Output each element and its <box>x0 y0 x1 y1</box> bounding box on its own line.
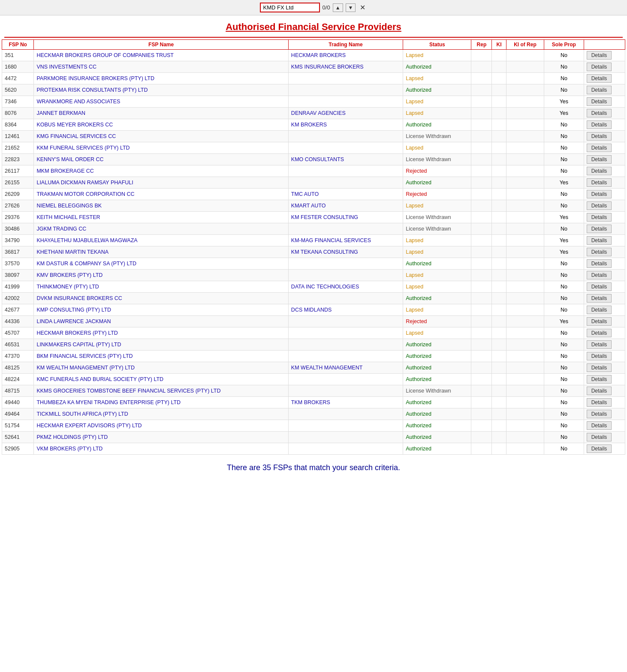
cell-status: Lapsed <box>403 304 471 316</box>
details-button[interactable]: Details <box>587 410 612 418</box>
details-button[interactable]: Details <box>587 201 612 210</box>
cell-ki <box>492 432 506 443</box>
table-row: 52641PKMZ HOLDINGS (PTY) LTDAuthorizedNo… <box>2 432 625 443</box>
table-row: 37570KM DASTUR & COMPANY SA (PTY) LTDAut… <box>2 258 625 270</box>
cell-status: Authorized <box>403 84 471 96</box>
details-button[interactable]: Details <box>587 86 612 94</box>
cell-rep <box>471 385 492 397</box>
details-button[interactable]: Details <box>587 97 612 106</box>
cell-fsp-no: 38097 <box>2 270 34 281</box>
cell-ki <box>492 61 506 73</box>
cell-trading-name <box>288 443 403 455</box>
cell-ki <box>492 142 506 154</box>
details-button[interactable]: Details <box>587 51 612 60</box>
details-button[interactable]: Details <box>587 433 612 441</box>
cell-ki-of-rep <box>506 177 544 189</box>
table-row: 48125KM WEALTH MANAGEMENT (PTY) LTDKM WE… <box>2 362 625 374</box>
cell-sole-prop: No <box>544 119 584 131</box>
details-button[interactable]: Details <box>587 352 612 360</box>
details-button[interactable]: Details <box>587 155 612 164</box>
cell-fsp-name: KHAYALETHU MJABULELWA MAGWAZA <box>34 235 288 246</box>
cell-ki <box>492 131 506 142</box>
cell-sole-prop: No <box>544 165 584 177</box>
details-button[interactable]: Details <box>587 213 612 222</box>
details-button[interactable]: Details <box>587 225 612 233</box>
search-next-button[interactable]: ▼ <box>346 3 356 12</box>
details-button[interactable]: Details <box>587 363 612 372</box>
cell-ki-of-rep <box>506 189 544 200</box>
details-button[interactable]: Details <box>587 317 612 326</box>
details-button[interactable]: Details <box>587 144 612 152</box>
details-button[interactable]: Details <box>587 236 612 245</box>
cell-ki <box>492 327 506 339</box>
cell-trading-name <box>288 258 403 270</box>
cell-action: Details <box>584 443 625 455</box>
cell-fsp-no: 26155 <box>2 177 34 189</box>
cell-fsp-no: 1680 <box>2 61 34 73</box>
cell-status: Rejected <box>403 165 471 177</box>
cell-fsp-name: NIEMEL BELEGGINGS BK <box>34 200 288 212</box>
details-button[interactable]: Details <box>587 74 612 83</box>
cell-rep <box>471 351 492 362</box>
cell-rep <box>471 50 492 61</box>
details-button[interactable]: Details <box>587 271 612 279</box>
page-title: Authorised Financial Service Providers <box>4 15 623 38</box>
cell-action: Details <box>584 270 625 281</box>
cell-ki-of-rep <box>506 119 544 131</box>
cell-ki-of-rep <box>506 327 544 339</box>
cell-ki-of-rep <box>506 96 544 108</box>
cell-sole-prop: No <box>544 408 584 420</box>
cell-trading-name <box>288 270 403 281</box>
details-button[interactable]: Details <box>587 248 612 256</box>
table-row: 351HECKMAR BROKERS GROUP OF COMPANIES TR… <box>2 50 625 61</box>
cell-ki-of-rep <box>506 73 544 84</box>
details-button[interactable]: Details <box>587 63 612 71</box>
table-row: 38097KMV BROKERS (PTY) LTDLapsedNoDetail… <box>2 270 625 281</box>
cell-fsp-name: JGKM TRADING CC <box>34 223 288 235</box>
details-button[interactable]: Details <box>587 444 612 453</box>
details-button[interactable]: Details <box>587 167 612 175</box>
details-button[interactable]: Details <box>587 306 612 314</box>
cell-rep <box>471 131 492 142</box>
details-button[interactable]: Details <box>587 109 612 117</box>
details-button[interactable]: Details <box>587 132 612 141</box>
details-button[interactable]: Details <box>587 282 612 291</box>
cell-fsp-no: 45707 <box>2 327 34 339</box>
search-prev-button[interactable]: ▲ <box>333 3 343 12</box>
cell-sole-prop: No <box>544 432 584 443</box>
table-row: 44336LINDA LAWRENCE JACKMANRejectedYesDe… <box>2 316 625 327</box>
cell-action: Details <box>584 351 625 362</box>
details-button[interactable]: Details <box>587 329 612 337</box>
details-button[interactable]: Details <box>587 190 612 198</box>
table-row: 48715KKMS GROCERIES TOMBSTONE BEEF FINAN… <box>2 385 625 397</box>
cell-fsp-no: 47370 <box>2 351 34 362</box>
table-row: 8364KOBUS MEYER BROKERS CCKM BROKERSAuth… <box>2 119 625 131</box>
details-button[interactable]: Details <box>587 375 612 384</box>
cell-fsp-name: TRAKMAN MOTOR CORPORATION CC <box>34 189 288 200</box>
cell-ki-of-rep <box>506 351 544 362</box>
cell-ki <box>492 443 506 455</box>
cell-fsp-no: 51754 <box>2 420 34 432</box>
search-close-button[interactable]: ✕ <box>358 3 367 12</box>
cell-ki-of-rep <box>506 293 544 304</box>
details-button[interactable]: Details <box>587 340 612 349</box>
cell-fsp-no: 42002 <box>2 293 34 304</box>
details-button[interactable]: Details <box>587 294 612 303</box>
cell-fsp-name: KKMS GROCERIES TOMBSTONE BEEF FINANCIAL … <box>34 385 288 397</box>
details-button[interactable]: Details <box>587 178 612 187</box>
cell-trading-name <box>288 177 403 189</box>
table-row: 51754HECKMAR EXPERT ADVISORS (PTY) LTDAu… <box>2 420 625 432</box>
cell-fsp-name: LINDA LAWRENCE JACKMAN <box>34 316 288 327</box>
cell-rep <box>471 177 492 189</box>
cell-fsp-no: 49440 <box>2 397 34 408</box>
cell-fsp-name: PROTEKMA RISK CONSULTANTS (PTY) LTD <box>34 84 288 96</box>
details-button[interactable]: Details <box>587 387 612 395</box>
cell-trading-name: DCS MIDLANDS <box>288 304 403 316</box>
cell-rep <box>471 270 492 281</box>
details-button[interactable]: Details <box>587 398 612 407</box>
cell-action: Details <box>584 246 625 258</box>
details-button[interactable]: Details <box>587 421 612 430</box>
cell-ki-of-rep <box>506 223 544 235</box>
details-button[interactable]: Details <box>587 259 612 268</box>
details-button[interactable]: Details <box>587 120 612 129</box>
